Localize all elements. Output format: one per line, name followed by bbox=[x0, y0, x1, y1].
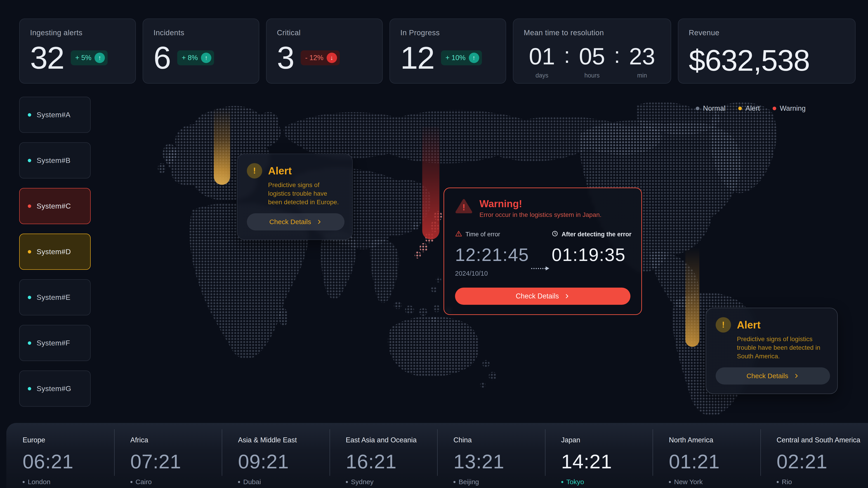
clock-city: Cairo bbox=[135, 478, 152, 486]
europe-check-details-button[interactable]: Check Details bbox=[247, 213, 344, 230]
system-label: System#D bbox=[37, 248, 71, 256]
city-bullet-icon bbox=[454, 481, 456, 483]
revenue-card: Revenue $632,538 bbox=[678, 19, 856, 84]
legend-dot-warning bbox=[773, 107, 776, 110]
clock-china: China 13:21 Beijing bbox=[437, 423, 545, 488]
arrow-right-icon bbox=[531, 260, 549, 277]
system-label: System#F bbox=[37, 339, 70, 347]
clock-city: Beijing bbox=[459, 478, 479, 486]
warning-title: Warning! bbox=[479, 198, 601, 209]
europe-alert-popup: ! Alert Predictive signs of logistics tr… bbox=[237, 154, 352, 240]
clock-east-asia-oceania: East Asia and Oceania 16:21 Sydney bbox=[330, 423, 437, 488]
sidebar-item-system-c[interactable]: System#C bbox=[19, 188, 91, 224]
warning-message: Error occur in the logistics system in J… bbox=[479, 211, 601, 219]
system-label: System#G bbox=[37, 385, 71, 393]
alert-message: Predictive signs of logistics trouble ha… bbox=[268, 181, 343, 206]
chevron-right-icon bbox=[316, 219, 322, 225]
kpi-value: 3 bbox=[277, 41, 294, 74]
clock-japan: Japan 14:21 Tokyo bbox=[545, 423, 653, 488]
legend-item-alert: Alert bbox=[738, 104, 760, 112]
clock-africa: Africa 07:21 Cairo bbox=[114, 423, 222, 488]
systems-sidebar: System#A System#B System#C System#D Syst… bbox=[19, 97, 91, 407]
kpi-card-incidents: Incidents 6 + 8% ↑ bbox=[143, 19, 259, 84]
alert-message: Predictive signs of logistics trouble ha… bbox=[737, 335, 828, 361]
clock-city: London bbox=[28, 478, 51, 486]
sidebar-item-system-b[interactable]: System#B bbox=[19, 142, 91, 178]
status-dot-warning bbox=[28, 204, 31, 208]
kpi-card-critical: Critical 3 - 12% ↓ bbox=[266, 19, 383, 84]
sidebar-item-system-g[interactable]: System#G bbox=[19, 370, 91, 407]
mttr-units: days hours min bbox=[524, 72, 660, 79]
time-of-error-value: 12:21:45 bbox=[455, 245, 529, 265]
clock-city: New York bbox=[674, 478, 703, 486]
clock-time: 06:21 bbox=[23, 450, 114, 473]
status-dot-normal bbox=[28, 159, 31, 162]
south-america-alert-popup: ! Alert Predictive signs of logistics tr… bbox=[706, 308, 838, 394]
clock-city: Dubai bbox=[243, 478, 261, 486]
south-america-alert-bar bbox=[685, 248, 700, 347]
city-bullet-icon bbox=[238, 481, 240, 483]
kpi-cards-row: Ingesting alerts 32 + 5% ↑ Incidents 6 +… bbox=[19, 19, 856, 84]
revenue-label: Revenue bbox=[689, 29, 845, 37]
kpi-value: 32 bbox=[30, 41, 64, 74]
status-dot-alert bbox=[28, 250, 31, 254]
kpi-delta-badge: + 10% ↑ bbox=[441, 51, 482, 65]
clock-time: 16:21 bbox=[346, 450, 437, 473]
after-detecting-label: After detecting the error bbox=[561, 231, 631, 238]
city-bullet-icon bbox=[23, 481, 25, 483]
mttr-value: 01 : 05 : 23 bbox=[524, 43, 660, 70]
warning-triangle-icon: ! bbox=[455, 198, 473, 219]
chevron-right-icon bbox=[564, 293, 570, 299]
system-label: System#B bbox=[37, 156, 70, 165]
alert-title: Alert bbox=[268, 165, 292, 177]
clock-north-america: North America 01:21 New York bbox=[653, 423, 761, 488]
after-detecting-value: 01:19:35 bbox=[552, 245, 631, 265]
error-date: 2024/10/10 bbox=[455, 270, 529, 277]
kpi-card-ingesting-alerts: Ingesting alerts 32 + 5% ↑ bbox=[19, 19, 136, 84]
clock-time: 07:21 bbox=[130, 450, 222, 473]
clock-city: Tokyo bbox=[566, 478, 584, 486]
system-label: System#A bbox=[37, 111, 70, 119]
sidebar-item-system-a[interactable]: System#A bbox=[19, 97, 91, 133]
sidebar-item-system-d[interactable]: System#D bbox=[19, 234, 91, 270]
city-bullet-icon bbox=[561, 481, 563, 483]
city-bullet-icon bbox=[669, 481, 671, 483]
kpi-label: Critical bbox=[277, 29, 372, 37]
sidebar-item-system-e[interactable]: System#E bbox=[19, 279, 91, 315]
system-label: System#E bbox=[37, 293, 70, 302]
clock-asia-middle-east: Asia & Middle East 09:21 Dubai bbox=[222, 423, 330, 488]
revenue-value: $632,538 bbox=[689, 43, 845, 77]
japan-check-details-button[interactable]: Check Details bbox=[455, 288, 630, 305]
trend-down-icon: ↓ bbox=[327, 53, 337, 63]
mttr-card: Mean time to resolution 01 : 05 : 23 day… bbox=[513, 19, 671, 84]
status-dot-normal bbox=[28, 341, 31, 345]
kpi-value: 12 bbox=[400, 41, 434, 74]
kpi-value: 6 bbox=[153, 41, 170, 74]
exclamation-icon: ! bbox=[716, 317, 731, 332]
kpi-delta-badge: + 8% ↑ bbox=[177, 51, 214, 65]
svg-text:!: ! bbox=[463, 203, 465, 212]
time-of-error-label: Time of error bbox=[465, 231, 500, 238]
city-bullet-icon bbox=[777, 481, 779, 483]
europe-alert-bar bbox=[214, 108, 230, 185]
clock-central-south-america: Central and South America 02:21 Rio bbox=[761, 423, 868, 488]
legend-item-warning: Warning bbox=[773, 104, 806, 112]
clock-europe: Europe 06:21 London bbox=[6, 423, 114, 488]
chevron-right-icon bbox=[794, 373, 799, 379]
clock-time: 01:21 bbox=[669, 450, 761, 473]
status-dot-normal bbox=[28, 296, 31, 299]
clock-time: 14:21 bbox=[561, 450, 653, 473]
city-bullet-icon bbox=[346, 481, 348, 483]
trend-up-icon: ↑ bbox=[94, 53, 105, 63]
system-label: System#C bbox=[37, 202, 71, 210]
map-legend: Normal Alert Warning bbox=[696, 104, 806, 112]
sidebar-item-system-f[interactable]: System#F bbox=[19, 325, 91, 361]
mttr-label: Mean time to resolution bbox=[524, 29, 660, 37]
kpi-card-in-progress: In Progress 12 + 10% ↑ bbox=[390, 19, 506, 84]
kpi-delta-badge: + 5% ↑ bbox=[71, 51, 108, 65]
japan-warning-popup: ! Warning! Error occur in the logistics … bbox=[443, 188, 642, 315]
south-america-check-details-button[interactable]: Check Details bbox=[716, 367, 830, 385]
legend-dot-normal bbox=[696, 107, 700, 110]
clock-time: 09:21 bbox=[238, 450, 330, 473]
status-dot-normal bbox=[28, 113, 31, 117]
